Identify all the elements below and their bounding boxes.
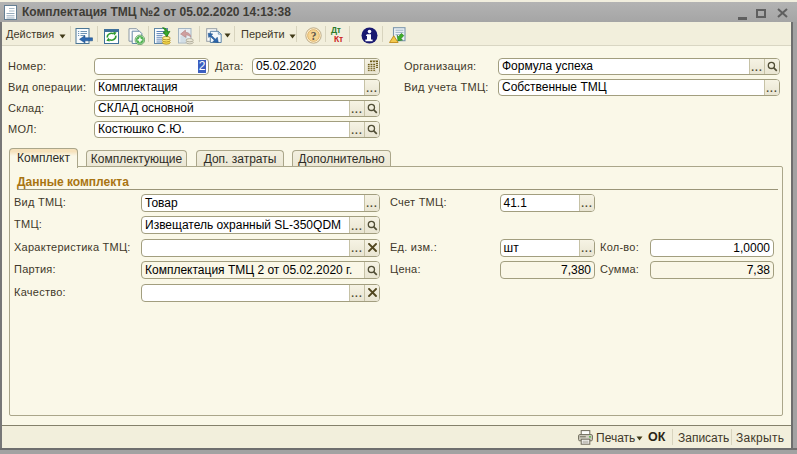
svg-text:?: ? <box>311 30 317 42</box>
